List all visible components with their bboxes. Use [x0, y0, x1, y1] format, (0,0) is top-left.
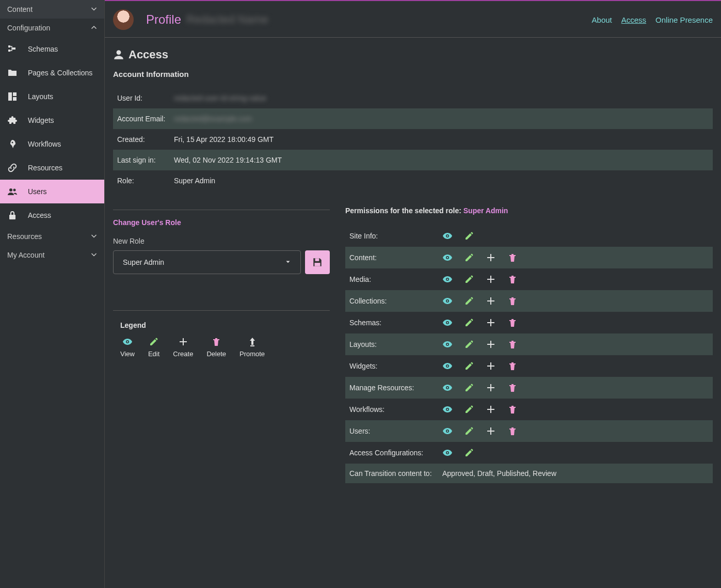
legend-item: Create — [173, 337, 193, 358]
folder-icon — [7, 68, 18, 78]
create-icon — [486, 339, 496, 349]
info-label: Account Email: — [113, 108, 170, 129]
permission-row: Content: — [345, 247, 713, 268]
view-icon — [442, 296, 453, 306]
info-value: Wed, 02 Nov 2022 19:14:13 GMT — [170, 150, 713, 170]
sidebar-item-users[interactable]: Users — [0, 180, 104, 203]
section-title: Access — [129, 48, 168, 61]
link-icon — [7, 163, 18, 173]
tab-access[interactable]: Access — [621, 15, 646, 24]
delete-icon — [507, 296, 518, 306]
legend-label: Delete — [206, 350, 226, 358]
delete-icon — [507, 361, 518, 371]
sidebar-item-access[interactable]: Access — [0, 203, 104, 227]
legend-item: Delete — [206, 337, 226, 358]
edit-icon — [464, 404, 474, 415]
nav-group-content[interactable]: Content — [0, 0, 104, 19]
view-icon — [442, 361, 453, 371]
create-icon — [486, 252, 496, 263]
account-info-heading: Account Information — [113, 70, 713, 78]
edit-icon — [464, 361, 474, 371]
permission-row: Layouts: — [345, 333, 713, 355]
nav-group-label: My Account — [7, 251, 44, 259]
permission-label: Widgets: — [345, 355, 438, 377]
lock-icon — [7, 210, 18, 220]
legend-item: View — [120, 337, 135, 358]
profile-tabs: About Access Online Presence — [592, 15, 713, 24]
sidebar-item-layouts[interactable]: Layouts — [0, 85, 104, 108]
delete-icon — [211, 337, 221, 347]
legend-label: Promote — [239, 350, 265, 358]
edit-icon — [464, 231, 474, 241]
sidebar-item-label: Users — [28, 187, 47, 196]
change-role-heading: Change User's Role — [113, 218, 330, 227]
edit-icon — [464, 383, 474, 393]
permission-label: Site Info: — [345, 225, 438, 247]
sidebar-item-resources[interactable]: Resources — [0, 156, 104, 180]
sidebar-item-label: Widgets — [28, 116, 54, 124]
save-role-button[interactable] — [305, 250, 330, 274]
sidebar-item-label: Schemas — [28, 45, 58, 53]
nav-group-label: Content — [7, 5, 33, 13]
main: Profile Redacted Name About Access Onlin… — [105, 0, 721, 588]
permission-row: Widgets: — [345, 355, 713, 377]
delete-icon — [507, 426, 518, 436]
permission-label: Access Configurations: — [345, 442, 438, 464]
edit-icon — [464, 339, 474, 349]
info-value: Super Admin — [170, 170, 713, 191]
person-icon — [113, 49, 124, 60]
create-icon — [486, 426, 496, 436]
view-icon — [122, 337, 133, 347]
view-icon — [442, 448, 453, 458]
tab-online-presence[interactable]: Online Presence — [655, 15, 713, 24]
view-icon — [442, 252, 453, 263]
users-icon — [7, 186, 18, 197]
permission-label: Schemas: — [345, 312, 438, 333]
account-info-table: User Id:redacted-user-id-string-valueAcc… — [113, 88, 713, 191]
delete-icon — [507, 404, 518, 415]
create-icon — [486, 383, 496, 393]
section-heading: Access — [113, 48, 713, 61]
puzzle-icon — [7, 115, 18, 125]
role-select-value: Super Admin — [123, 258, 164, 266]
view-icon — [442, 231, 453, 241]
legend-label: Edit — [148, 350, 159, 358]
nav-group-label: Resources — [7, 232, 42, 241]
nav-group-my-account[interactable]: My Account — [0, 246, 104, 264]
edit-icon — [464, 448, 474, 458]
delete-icon — [507, 383, 518, 393]
edit-icon — [464, 317, 474, 328]
edit-icon — [464, 252, 474, 263]
create-icon — [486, 296, 496, 306]
sidebar-item-widgets[interactable]: Widgets — [0, 108, 104, 132]
sidebar-item-label: Pages & Collections — [28, 69, 92, 77]
chevron-up-icon — [91, 25, 97, 31]
rocket-icon — [7, 139, 18, 149]
sidebar-item-pages-collections[interactable]: Pages & Collections — [0, 61, 104, 85]
info-row: Role:Super Admin — [113, 170, 713, 191]
chevron-down-icon — [91, 6, 97, 12]
delete-icon — [507, 252, 518, 263]
nav-group-resources[interactable]: Resources — [0, 227, 104, 246]
edit-icon — [464, 274, 474, 284]
view-icon — [442, 383, 453, 393]
transition-label: Can Transition content to: — [345, 464, 438, 483]
sidebar-item-schemas[interactable]: Schemas — [0, 37, 104, 61]
legend-item: Promote — [239, 337, 265, 358]
sidebar-item-label: Access — [28, 211, 51, 219]
nav-group-configuration[interactable]: Configuration — [0, 19, 104, 37]
permission-row: Collections: — [345, 290, 713, 312]
role-select[interactable]: Super Admin — [113, 250, 301, 274]
permission-row: Site Info: — [345, 225, 713, 247]
info-row: Account Email:redacted@example.com — [113, 108, 713, 129]
tab-about[interactable]: About — [592, 15, 612, 24]
sidebar-item-workflows[interactable]: Workflows — [0, 132, 104, 156]
permission-label: Workflows: — [345, 399, 438, 420]
delete-icon — [507, 317, 518, 328]
divider — [113, 310, 330, 311]
nav-group-label: Configuration — [7, 24, 50, 32]
schema-icon — [7, 44, 18, 54]
permission-row: Schemas: — [345, 312, 713, 333]
profile-user-name: Redacted Name — [186, 13, 268, 26]
legend-heading: Legend — [120, 321, 330, 329]
